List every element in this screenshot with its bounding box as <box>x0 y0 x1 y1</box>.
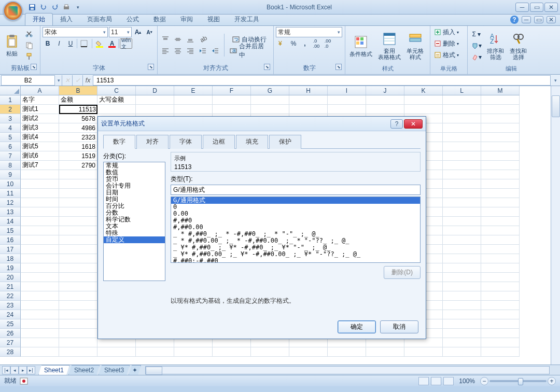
font-color-button[interactable]: A <box>107 38 117 49</box>
enter-fx[interactable]: ✓ <box>72 75 82 86</box>
view-pagebreak[interactable] <box>443 377 454 385</box>
dlgtab-protection[interactable]: 保护 <box>269 135 301 149</box>
tab-formulas[interactable]: 公式 <box>119 13 146 25</box>
orientation[interactable]: ab <box>197 34 208 45</box>
font-size-combo[interactable]: 11▾ <box>109 27 132 37</box>
dlgtab-border[interactable]: 边框 <box>203 135 235 149</box>
grow-font[interactable]: A▴ <box>133 27 143 37</box>
type-listbox[interactable]: G/通用格式00.00#,##0#,##0.00_ * #,##0_ ;_ * … <box>171 197 421 263</box>
format-cells[interactable]: 格式▾ <box>432 50 465 60</box>
office-button[interactable] <box>3 1 23 21</box>
maximize-button[interactable]: ▭ <box>530 3 543 12</box>
tab-pagelayout[interactable]: 页面布局 <box>80 13 119 25</box>
decrease-decimal[interactable]: .00.0 <box>323 38 333 49</box>
comma-format[interactable]: , <box>300 38 310 49</box>
row-headers[interactable]: 1234567891011121314151617181920212223242… <box>0 95 21 357</box>
align-middle[interactable] <box>172 34 184 45</box>
font-name-combo[interactable]: 宋体▾ <box>43 27 108 37</box>
dialog-help-button[interactable]: ? <box>390 119 403 129</box>
cancel-button[interactable]: 取消 <box>380 320 418 333</box>
clipboard-launcher[interactable]: ⬊ <box>31 64 37 70</box>
insert-cells[interactable]: 插入▾ <box>432 27 465 37</box>
sort-filter[interactable]: AZ排序和 筛选 <box>485 30 506 61</box>
view-pagelayout[interactable] <box>431 377 441 385</box>
ok-button[interactable]: 确定 <box>338 320 376 333</box>
increase-decimal[interactable]: .0.00 <box>311 38 321 49</box>
dlgtab-fill[interactable]: 填充 <box>236 135 268 149</box>
align-left[interactable] <box>160 46 171 56</box>
tab-insert[interactable]: 插入 <box>53 13 80 25</box>
quickprint-button[interactable] <box>61 2 72 12</box>
autosum[interactable]: Σ ▾ <box>470 29 483 39</box>
save-button[interactable] <box>27 2 37 12</box>
align-right[interactable] <box>185 46 196 56</box>
fill-color-button[interactable] <box>93 38 106 49</box>
sheet-tab-3[interactable]: Sheet3 <box>99 365 130 375</box>
italic-button[interactable]: I <box>54 38 64 49</box>
sheet-tab-1[interactable]: Sheet1 <box>38 365 69 375</box>
cut-button[interactable] <box>23 29 35 39</box>
mdi-close[interactable]: ✕ <box>547 16 556 23</box>
close-button[interactable]: ✕ <box>544 3 558 12</box>
number-launcher[interactable]: ⬊ <box>335 64 342 70</box>
decrease-indent[interactable] <box>197 46 208 56</box>
zoom-in[interactable]: + <box>548 377 556 385</box>
dialog-titlebar[interactable]: 设置单元格格式 ? ✕ <box>98 117 426 131</box>
cancel-fx[interactable]: ✕ <box>62 75 72 86</box>
view-normal[interactable] <box>418 377 429 385</box>
formatpainter-button[interactable] <box>23 51 35 62</box>
undo-button[interactable] <box>38 2 49 12</box>
clear-button[interactable]: ▾ <box>470 52 483 62</box>
paste-button[interactable]: 粘贴 <box>2 33 22 58</box>
name-box[interactable]: B2 <box>1 75 55 86</box>
fill-button[interactable]: ▾ <box>470 40 483 51</box>
format-as-table[interactable]: 套用 表格格式 <box>376 30 403 61</box>
increase-indent[interactable] <box>209 46 221 56</box>
font-launcher[interactable]: ⬊ <box>148 64 154 70</box>
vertical-scrollbar[interactable] <box>551 86 560 365</box>
find-select[interactable]: 查找和 选择 <box>508 30 529 61</box>
number-format-combo[interactable]: 常规▾ <box>276 27 342 37</box>
qat-customize[interactable]: ▾ <box>73 2 83 12</box>
bold-button[interactable]: B <box>43 38 53 49</box>
align-center[interactable] <box>172 46 184 56</box>
zoom-slider[interactable] <box>489 380 547 382</box>
copy-button[interactable] <box>23 40 35 50</box>
mdi-restore[interactable]: ▭ <box>534 16 543 23</box>
category-listbox[interactable]: 常规数值货币会计专用日期时间百分比分数科学记数文本特殊自定义 <box>103 162 165 281</box>
sheet-tab-2[interactable]: Sheet2 <box>68 365 100 375</box>
delete-cells[interactable]: 删除▾ <box>432 38 465 49</box>
help-icon[interactable]: ? <box>510 16 519 24</box>
dlgtab-alignment[interactable]: 对齐 <box>136 135 169 149</box>
conditional-format[interactable]: 条件格式 <box>347 33 374 58</box>
tab-developer[interactable]: 开发工具 <box>227 13 267 25</box>
horizontal-scrollbar[interactable] <box>145 366 550 374</box>
tab-review[interactable]: 审阅 <box>173 13 200 25</box>
dlgtab-font[interactable]: 字体 <box>170 135 202 149</box>
mdi-minimize[interactable]: ─ <box>522 16 531 23</box>
merge-center[interactable]: a合并后居中 <box>228 46 271 56</box>
border-button[interactable] <box>78 38 91 49</box>
formula-input[interactable]: 11513 <box>93 75 551 86</box>
column-headers[interactable]: ABCDEFGHIJKLM <box>21 86 520 95</box>
macro-record-icon[interactable] <box>20 377 28 385</box>
tab-home[interactable]: 开始 <box>25 13 53 25</box>
tab-nav[interactable]: |◂◂▸▸| <box>2 366 35 374</box>
accounting-format[interactable]: ¥ <box>276 38 287 49</box>
align-launcher[interactable]: ⬊ <box>264 64 270 70</box>
zoom-level[interactable]: 100% <box>459 377 475 385</box>
new-sheet-tab[interactable]: ✦ <box>129 365 141 375</box>
redo-button[interactable] <box>50 2 60 12</box>
select-all-corner[interactable] <box>0 86 21 95</box>
dialog-close-button[interactable]: ✕ <box>404 119 423 129</box>
minimize-button[interactable]: ─ <box>515 3 529 12</box>
align-bottom[interactable] <box>185 34 196 45</box>
type-input[interactable] <box>171 185 421 195</box>
tab-view[interactable]: 视图 <box>200 13 227 25</box>
phonetic-button[interactable]: wén文 <box>120 38 132 49</box>
cell-styles[interactable]: 单元格 样式 <box>404 30 426 61</box>
underline-button[interactable]: U <box>65 38 76 49</box>
fx-button[interactable]: fx <box>82 75 93 86</box>
percent-format[interactable]: % <box>288 38 299 49</box>
tab-data[interactable]: 数据 <box>146 13 173 25</box>
